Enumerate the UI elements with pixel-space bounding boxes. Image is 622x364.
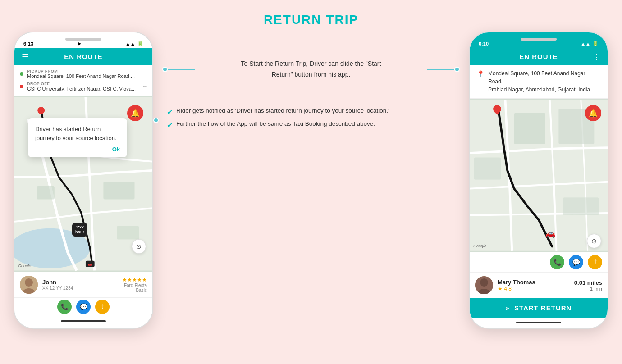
annotation-top-text: To Start the Return Trip, Driver can sli…: [230, 59, 392, 80]
app-header-right: EN ROUTE ⋮: [470, 48, 608, 65]
svg-rect-18: [474, 158, 501, 180]
car-type: Basic: [122, 288, 147, 293]
location-icon-left: ▶: [78, 41, 81, 46]
chevrons-icon: »: [506, 304, 510, 312]
message-button-right[interactable]: 💬: [569, 255, 583, 269]
rider-avatar: [475, 276, 493, 294]
message-button-left[interactable]: 💬: [76, 300, 91, 314]
share-button-left[interactable]: ⤴: [95, 300, 110, 314]
pickup-label: PICKUP FROM: [27, 69, 135, 73]
connector-dot-top-right: [454, 67, 460, 72]
phone-right: 6:10 ▲▲ 🔋 EN ROUTE ⋮ 📍 Mondeal Square, 1…: [469, 32, 608, 329]
svg-point-21: [480, 278, 488, 287]
annotation-item-1: Rider gets notified as 'Driver has start…: [176, 107, 389, 114]
route-info-left: PICKUP FROM Mondeal Square, 100 Feet Ana…: [14, 65, 152, 96]
location-button-left[interactable]: ⊙: [132, 239, 146, 254]
google-label-right: Google: [473, 244, 486, 248]
call-button-left[interactable]: 📞: [57, 300, 72, 314]
route-info-right: 📍 Mondeal Square, 100 Feet Anand Nagar R…: [470, 65, 608, 99]
dist-time: 0.01 miles 1 min: [574, 279, 602, 291]
svg-rect-16: [514, 113, 545, 144]
edit-icon-left[interactable]: ✏: [143, 84, 147, 90]
app-header-left: ☰ EN ROUTE: [14, 48, 152, 65]
map-marker-right: [493, 105, 501, 113]
svg-rect-6: [117, 226, 139, 240]
svg-point-9: [37, 107, 45, 114]
time-value-right: 1 min: [574, 286, 602, 291]
taxi-marker-right: 🚗: [545, 228, 555, 238]
time-badge-left: 1:22 hour: [72, 223, 87, 237]
rider-name: Mary Thomas: [498, 279, 535, 286]
status-bar-left: 6:13 ▶ ▲▲ 🔋: [14, 32, 152, 48]
annotation-bottom: ✔ Rider gets notified as 'Driver has sta…: [167, 107, 455, 133]
svg-rect-19: [563, 197, 599, 215]
dropoff-label: DROP OFF: [27, 82, 139, 86]
start-return-label: START RETURN: [514, 304, 572, 312]
alert-button-left[interactable]: 🔔: [127, 105, 143, 121]
map-right: 🔔 ⊙ 🚗 Google: [470, 99, 608, 252]
pickup-dot: [20, 72, 23, 76]
dialog-message: Driver has started Return journey to you…: [35, 125, 120, 142]
dropoff-dot: [20, 85, 23, 88]
svg-rect-5: [103, 182, 134, 199]
distance-value: 0.01 miles: [574, 279, 602, 286]
dropoff-address: GSFC University, Fertilizer Nagar, GSFC,…: [27, 86, 139, 91]
more-icon-right[interactable]: ⋮: [592, 52, 600, 62]
time-unit: hour: [75, 230, 84, 235]
map-svg-right: [470, 99, 608, 252]
rider-info-right: Mary Thomas ★ 4.8 0.01 miles 1 min: [470, 272, 608, 298]
driver-plate: XX 12 YY 1234: [42, 286, 73, 291]
home-indicator-right: [470, 318, 608, 327]
start-return-button[interactable]: » START RETURN: [470, 298, 608, 318]
battery-icon-left: 🔋: [137, 41, 143, 46]
dialog-box: Driver has started Return journey to you…: [28, 118, 127, 157]
status-bar-right: 6:10 ▲▲ 🔋: [470, 32, 608, 48]
wifi-icon-right: ▲▲: [581, 41, 590, 46]
google-label-left: Google: [18, 264, 31, 268]
wifi-icon-left: ▲▲: [125, 41, 135, 46]
phone-left: 6:13 ▶ ▲▲ 🔋 ☰ EN ROUTE PICKUP FROM Monde…: [14, 32, 153, 329]
car-model: Ford-Fiesta: [122, 283, 147, 288]
svg-point-13: [25, 278, 33, 287]
home-indicator-left: [14, 317, 152, 326]
time-value: 1:22: [75, 225, 84, 230]
annotation-top: To Start the Return Trip, Driver can sli…: [167, 59, 455, 80]
driver-name: John: [42, 279, 73, 286]
svg-text:🚗: 🚗: [88, 262, 92, 266]
battery-icon-right: 🔋: [592, 41, 599, 46]
annotation-item-2: Further the flow of the App will be same…: [176, 120, 375, 127]
alert-button-right[interactable]: 🔔: [585, 105, 601, 121]
address-line1-right: Mondeal Square, 100 Feet Anand Nagar Roa…: [488, 69, 600, 86]
menu-icon-left[interactable]: ☰: [22, 52, 29, 62]
address-line2-right: Prahlad Nagar, Ahmedabad, Gujarat, India: [488, 86, 600, 94]
rider-details: Mary Thomas ★ 4.8: [498, 279, 535, 292]
driver-stars: ★★★★★: [122, 277, 147, 283]
time-right: 6:10: [479, 41, 489, 46]
driver-avatar: [20, 276, 38, 294]
map-left: Ahmedabad અમ઺ail 🚗 🔔 ⊙ 1:22 hour Driver …: [14, 96, 152, 272]
dialog-ok-button[interactable]: Ok: [35, 146, 120, 153]
driver-details: John XX 12 YY 1234: [42, 279, 73, 291]
header-title-left: EN ROUTE: [64, 53, 103, 60]
rider-stars: ★ 4.8: [498, 286, 535, 292]
location-button-right[interactable]: ⊙: [587, 234, 601, 248]
connector-dot-top-left: [162, 67, 168, 72]
header-title-right: EN ROUTE: [519, 53, 558, 60]
check-icon-1: ✔: [167, 108, 173, 117]
share-button-right[interactable]: ⤴: [588, 255, 602, 269]
svg-rect-4: [37, 186, 54, 200]
pickup-address: Mondeal Square, 100 Feet Anand Nagar Roa…: [27, 73, 135, 79]
call-button-right[interactable]: 📞: [550, 255, 564, 269]
connector-dot-bottom-left: [153, 118, 159, 123]
driver-info-left: John XX 12 YY 1234 ★★★★★ Ford-Fiesta Bas…: [14, 272, 152, 297]
page-title: RETURN TRIP: [0, 0, 622, 27]
pin-icon-right: 📍: [477, 70, 485, 77]
time-left: 6:13: [23, 41, 33, 46]
